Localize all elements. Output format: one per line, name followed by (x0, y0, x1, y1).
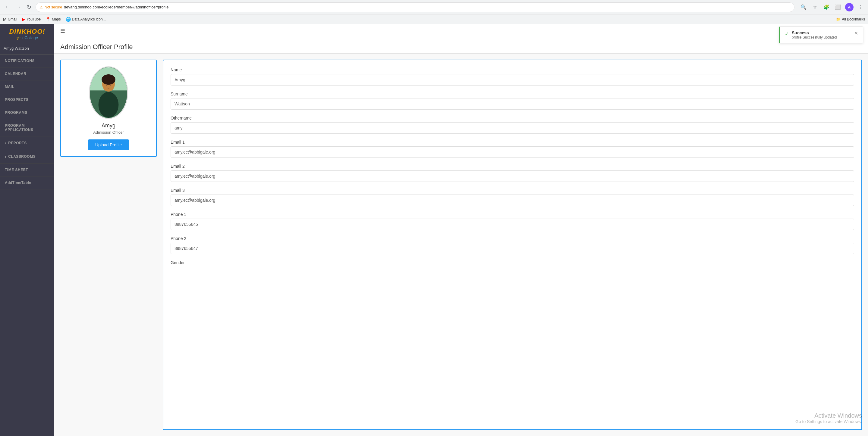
surname-label: Surname (170, 92, 854, 96)
sidebar-item-notifications[interactable]: NOTIFICATIONS (0, 55, 54, 67)
phone1-label: Phone 1 (170, 212, 854, 217)
graduation-icon: 🎓 (16, 36, 21, 40)
email3-input[interactable] (170, 195, 854, 206)
browser-toolbar: ← → ↻ ⚠ Not secure devang.dinkhoo.com/ec… (0, 0, 868, 14)
not-secure-label: Not secure (44, 5, 62, 9)
toast-content: Success profile Successfully updated (792, 30, 837, 39)
othername-input[interactable] (170, 122, 854, 134)
name-group: Name (170, 67, 854, 86)
upload-profile-button[interactable]: Upload Profile (88, 139, 129, 150)
gender-group: Gender (170, 260, 854, 265)
profile-role: Admission Officer (93, 130, 124, 135)
profile-layout: Amyg Admission Officer Upload Profile Na… (54, 54, 868, 436)
svg-point-8 (98, 92, 119, 118)
bookmark-youtube[interactable]: ▶ YouTube (22, 17, 41, 22)
sidebar-item-reports[interactable]: REPORTS (0, 136, 54, 150)
logo-dinkhoo: DINKHOO! (9, 28, 45, 36)
all-bookmarks-label: All Bookmarks (842, 17, 865, 21)
maps-icon: 📍 (45, 17, 51, 22)
toast-close-button[interactable]: ✕ (854, 30, 858, 36)
user-avatar[interactable]: A (845, 3, 854, 11)
main-content: ☰ ✓ Success profile Successfully updated… (54, 24, 868, 436)
bookmark-youtube-label: YouTube (27, 17, 41, 21)
app-container: DINKHOO! 🎓 eCollege Amyg Wattson NOTIFIC… (0, 24, 868, 436)
ecollege-text: eCollege (22, 36, 38, 40)
toast-message: profile Successfully updated (792, 35, 837, 39)
svg-point-10 (110, 84, 112, 86)
logo-text: DINKHOO! 🎓 eCollege (9, 28, 45, 40)
bookmark-gmail-label: Gmail (8, 17, 17, 21)
sidebar-item-addtimetable[interactable]: AddTimeTable (0, 176, 54, 190)
page-title: Admission Officer Profile (54, 38, 868, 54)
address-bar[interactable]: ⚠ Not secure devang.dinkhoo.com/ecollege… (36, 2, 795, 12)
sidebar-item-mail[interactable]: MAIL (0, 80, 54, 93)
extensions-button[interactable]: 🧩 (822, 3, 831, 11)
surname-input[interactable] (170, 98, 854, 110)
bookmarks-folder-icon: 📁 (836, 17, 841, 21)
bookmark-maps-label: Maps (52, 17, 61, 21)
email1-input[interactable] (170, 146, 854, 158)
logo-area: DINKHOO! 🎓 eCollege (0, 24, 54, 44)
profile-card: Amyg Admission Officer Upload Profile (60, 60, 157, 157)
forward-button[interactable]: → (14, 3, 22, 11)
othername-label: Othername (170, 115, 854, 121)
bookmark-gmail[interactable]: M Gmail (3, 17, 17, 22)
toast-title: Success (792, 30, 837, 35)
menu-button[interactable]: ⋮ (857, 3, 865, 11)
svg-point-9 (105, 84, 107, 86)
toast-check-icon: ✓ (785, 31, 789, 37)
main-header: ☰ (54, 24, 868, 38)
bookmark-analytics[interactable]: 🌐 Data Analytics Icon... (66, 17, 106, 22)
name-label: Name (170, 67, 854, 72)
sidebar-item-program-applications[interactable]: PROGRAM APPLICATIONS (0, 119, 54, 136)
sidebar-user-name: Amyg Wattson (0, 44, 54, 55)
phone1-input[interactable] (170, 219, 854, 230)
bookmark-analytics-label: Data Analytics Icon... (72, 17, 106, 21)
profile-display-name: Amyg (101, 123, 116, 129)
surname-group: Surname (170, 92, 854, 110)
name-input[interactable] (170, 74, 854, 86)
gender-label: Gender (170, 260, 854, 265)
phone2-label: Phone 2 (170, 236, 854, 241)
bookmark-star-button[interactable]: ☆ (811, 3, 819, 11)
hamburger-button[interactable]: ☰ (60, 28, 65, 34)
profile-avatar-container (89, 66, 128, 119)
phone2-input[interactable] (170, 243, 854, 254)
search-browser-button[interactable]: 🔍 (799, 3, 808, 11)
all-bookmarks[interactable]: 📁 All Bookmarks (836, 17, 865, 21)
email1-label: Email 1 (170, 140, 854, 144)
youtube-icon: ▶ (22, 17, 25, 22)
gmail-icon: M (3, 17, 7, 22)
sidebar-item-prospects[interactable]: PROSPECTS (0, 93, 54, 106)
email2-group: Email 2 (170, 164, 854, 182)
security-icon: ⚠ (39, 5, 43, 9)
analytics-icon: 🌐 (66, 17, 71, 22)
email2-label: Email 2 (170, 164, 854, 169)
profile-form: Name Surname Othername Email 1 Email 2 (163, 60, 862, 430)
back-button[interactable]: ← (3, 3, 11, 11)
othername-group: Othername (170, 115, 854, 134)
sidebar-item-calendar[interactable]: CALENDAR (0, 67, 54, 80)
success-toast: ✓ Success profile Successfully updated ✕ (779, 27, 863, 43)
email3-label: Email 3 (170, 188, 854, 193)
bookmarks-bar: M Gmail ▶ YouTube 📍 Maps 🌐 Data Analytic… (0, 14, 868, 24)
logo-ecollege: 🎓 eCollege (16, 36, 38, 40)
email3-group: Email 3 (170, 188, 854, 206)
bookmark-maps[interactable]: 📍 Maps (45, 17, 61, 22)
phone1-group: Phone 1 (170, 212, 854, 230)
sidebar: DINKHOO! 🎓 eCollege Amyg Wattson NOTIFIC… (0, 24, 54, 436)
browser-icon-group: 🔍 ☆ 🧩 ⬜ A ⋮ (799, 3, 865, 11)
url-text: devang.dinkhoo.com/ecollege/member/#/adm… (64, 5, 790, 9)
sidebar-item-timesheet[interactable]: TIME SHEET (0, 164, 54, 176)
main-header-area: ☰ ✓ Success profile Successfully updated… (54, 24, 868, 38)
browser-chrome: ← → ↻ ⚠ Not secure devang.dinkhoo.com/ec… (0, 0, 868, 24)
phone2-group: Phone 2 (170, 236, 854, 254)
email2-input[interactable] (170, 170, 854, 182)
email1-group: Email 1 (170, 140, 854, 158)
svg-point-7 (101, 74, 116, 85)
sidebar-item-classrooms[interactable]: CLASSROOMS (0, 150, 54, 164)
profile-menu-button[interactable]: ⬜ (834, 3, 842, 11)
refresh-button[interactable]: ↻ (25, 3, 33, 11)
sidebar-item-programs[interactable]: PROGRAMS (0, 106, 54, 119)
profile-avatar-image (90, 67, 127, 118)
